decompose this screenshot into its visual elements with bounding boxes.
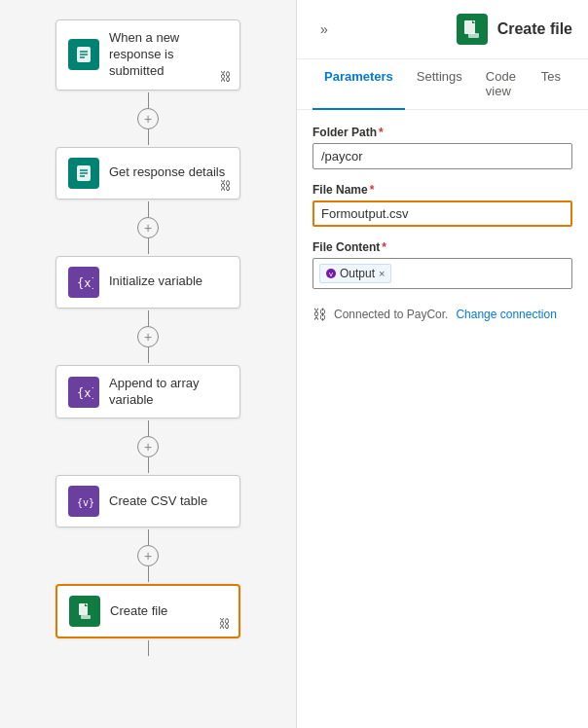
flow-canvas: When a new response is submitted ⛓ + Get…: [0, 0, 297, 728]
step-link-icon-trigger: ⛓: [220, 70, 232, 84]
file-content-group: File Content* v Output ×: [312, 240, 572, 289]
add-step-5[interactable]: +: [137, 545, 159, 566]
connector-6: [148, 640, 149, 656]
step-label-get-response: Get response details: [109, 164, 228, 181]
step-link-icon-create-file: ⛓: [219, 617, 231, 631]
right-panel: » Create file Parameters Settings Code v…: [297, 0, 588, 728]
tab-testing[interactable]: Tes: [530, 59, 572, 110]
token-close-button[interactable]: ×: [379, 268, 385, 279]
tab-parameters[interactable]: Parameters: [312, 59, 405, 110]
panel-body: Folder Path* File Name* File Content* v …: [297, 110, 588, 338]
step-create-file[interactable]: Create file ⛓: [55, 584, 240, 638]
connector-line-5: [148, 529, 149, 545]
add-step-4[interactable]: +: [137, 436, 159, 457]
connector-line-1: [148, 92, 149, 108]
step-icon-append-array: {x}: [68, 377, 99, 408]
connector-line-6: [148, 640, 149, 656]
connector-line-5b: [148, 566, 149, 582]
panel-header-icon: [457, 14, 488, 45]
change-connection-link[interactable]: Change connection: [456, 308, 556, 321]
collapse-button[interactable]: »: [312, 18, 336, 41]
step-link-icon-get-response: ⛓: [220, 179, 232, 193]
step-icon-init-variable: {x}: [68, 267, 99, 298]
step-icon-trigger: [68, 39, 99, 70]
connector-line-1b: [148, 129, 149, 145]
file-content-token-container[interactable]: v Output ×: [312, 258, 572, 289]
panel-header: » Create file: [297, 0, 588, 59]
svg-rect-12: [81, 615, 91, 619]
step-label-trigger: When a new response is submitted: [109, 30, 228, 80]
panel-title: Create file: [497, 20, 572, 38]
connector-1: +: [137, 92, 159, 145]
svg-text:{v}: {v}: [77, 497, 93, 508]
step-label-init-variable: Initialize variable: [109, 273, 228, 290]
step-label-create-csv: Create CSV table: [109, 493, 228, 510]
add-step-3[interactable]: +: [137, 326, 159, 347]
connector-line-4: [148, 420, 149, 436]
svg-text:{x}: {x}: [77, 386, 93, 400]
step-init-variable[interactable]: {x} Initialize variable: [55, 256, 240, 309]
svg-rect-14: [468, 33, 479, 38]
connector-line-3: [148, 310, 149, 326]
step-icon-get-response: [68, 158, 99, 189]
connection-text: Connected to PayCor.: [334, 308, 448, 321]
connection-icon: ⛓: [312, 307, 326, 322]
connector-2: +: [137, 201, 159, 254]
connector-5: +: [137, 529, 159, 582]
connector-line-2: [148, 201, 149, 217]
step-get-response[interactable]: Get response details ⛓: [55, 147, 240, 200]
svg-text:{x}: {x}: [77, 276, 93, 290]
connector-3: +: [137, 310, 159, 363]
token-dot-icon: v: [326, 269, 336, 278]
connector-line-3b: [148, 347, 149, 363]
step-append-array[interactable]: {x} Append to array variable: [55, 365, 240, 419]
file-name-group: File Name*: [312, 183, 572, 227]
file-name-input[interactable]: [312, 200, 572, 227]
step-create-csv[interactable]: {v} Create CSV table: [55, 475, 240, 528]
file-content-label: File Content*: [312, 240, 572, 254]
file-name-label: File Name*: [312, 183, 572, 197]
tab-settings[interactable]: Settings: [405, 59, 474, 110]
connection-info: ⛓ Connected to PayCor. Change connection: [312, 307, 572, 322]
step-icon-create-file: [69, 596, 100, 627]
tabs-bar: Parameters Settings Code view Tes: [297, 59, 588, 110]
token-text: Output: [340, 267, 375, 280]
tab-codeview[interactable]: Code view: [474, 59, 530, 110]
output-token: v Output ×: [319, 264, 391, 283]
step-label-create-file: Create file: [110, 603, 227, 620]
folder-path-group: Folder Path*: [312, 126, 572, 169]
connector-line-2b: [148, 238, 149, 254]
folder-path-input[interactable]: [312, 143, 572, 169]
add-step-1[interactable]: +: [137, 108, 159, 129]
step-icon-create-csv: {v}: [68, 486, 99, 517]
step-trigger[interactable]: When a new response is submitted ⛓: [55, 19, 240, 91]
step-label-append-array: Append to array variable: [109, 376, 228, 409]
add-step-2[interactable]: +: [137, 217, 159, 238]
connector-line-4b: [148, 457, 149, 473]
folder-path-label: Folder Path*: [312, 126, 572, 139]
connector-4: +: [137, 420, 159, 473]
